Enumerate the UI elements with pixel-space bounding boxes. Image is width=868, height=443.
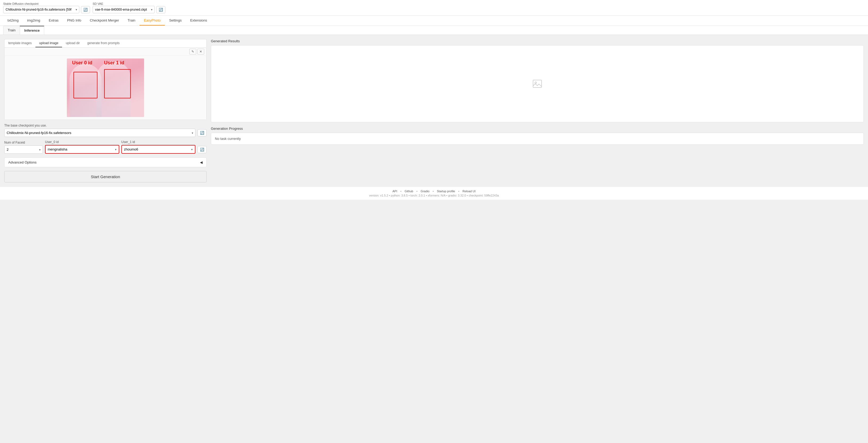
tab-checkpoint-merger[interactable]: Checkpoint Merger [86, 16, 123, 26]
inner-tab-template-images[interactable]: template images [4, 39, 35, 47]
checkpoint-field-select-wrapper: Chilloutmix-Ni-pruned-fp16-fix.safetenso… [4, 129, 195, 137]
vae-select-wrapper: vae-ft-mse-840000-ema-pruned.ckpt [93, 6, 155, 13]
footer-gradio-link[interactable]: Gradio [421, 190, 430, 193]
user1-select-wrapper: zhoumo6 [121, 145, 196, 154]
tab-train[interactable]: Train [123, 16, 140, 26]
tab-txt2img[interactable]: txt2img [3, 16, 23, 26]
image-upload-area: ✎ ✕ User 0 id User 1 [4, 47, 207, 120]
sub-tab-inference[interactable]: Inference [20, 26, 44, 35]
tab-easyphoto[interactable]: EasyPhoto [140, 16, 165, 26]
vae-refresh-button[interactable]: 🔄 [156, 6, 165, 13]
checkpoint-field-refresh-button[interactable]: 🔄 [197, 129, 207, 136]
top-bar: Stable Diffusion checkpoint Chilloutmix-… [0, 0, 868, 16]
face-box-1 [104, 69, 131, 98]
generation-progress-box: No task currently [211, 133, 864, 145]
vae-label: SD VAE [93, 2, 165, 5]
num-faceid-select[interactable]: 2 1 3 [4, 145, 43, 154]
user1-label: User_1 id [121, 140, 196, 144]
user0-select[interactable]: mengnalisha [45, 145, 119, 153]
checkpoint-select-wrapper: Chilloutmix-Ni-pruned-fp16-fix.safetenso… [3, 6, 79, 13]
footer-startup-link[interactable]: Startup profile [437, 190, 455, 193]
collapse-icon: ◀ [200, 160, 203, 164]
tab-settings[interactable]: Settings [165, 16, 186, 26]
faceid-row: Num of Faceid 2 1 3 User_0 id mengnalish… [4, 140, 207, 154]
checkpoint-field-select[interactable]: Chilloutmix-Ni-pruned-fp16-fix.safetenso… [4, 129, 195, 137]
generated-results-box [211, 45, 864, 122]
start-generation-button[interactable]: Start Generation [4, 171, 207, 182]
tab-png-info[interactable]: PNG Info [63, 16, 86, 26]
left-panel: template images upload image upload dir … [4, 39, 207, 182]
close-button[interactable]: ✕ [197, 49, 204, 55]
edit-button[interactable]: ✎ [189, 49, 196, 55]
checkpoint-refresh-button[interactable]: 🔄 [81, 6, 90, 13]
user0-col: User_0 id mengnalisha [45, 140, 119, 154]
inner-tab-bar: template images upload image upload dir … [4, 39, 207, 47]
footer-reload-link[interactable]: Reload UI [463, 190, 475, 193]
num-faceid-select-wrapper: 2 1 3 [4, 145, 43, 154]
image-placeholder-icon [532, 78, 542, 89]
progress-status: No task currently [215, 137, 241, 141]
advanced-options-header[interactable]: Advanced Options ◀ [4, 158, 206, 167]
vae-select[interactable]: vae-ft-mse-840000-ema-pruned.ckpt [93, 6, 155, 13]
checkpoint-select[interactable]: Chilloutmix-Ni-pruned-fp16-fix.safetenso… [3, 6, 79, 13]
num-faceid-col: Num of Faceid 2 1 3 [4, 141, 43, 154]
user0-label: User_0 id [45, 140, 119, 144]
image-upload-header: ✎ ✕ [4, 47, 206, 56]
tab-img2img[interactable]: img2img [23, 16, 44, 26]
inner-tab-generate-prompts[interactable]: generate from prompts [84, 39, 123, 47]
inner-tab-upload-image[interactable]: upload image [35, 39, 62, 47]
inner-tab-upload-dir[interactable]: upload dir [62, 39, 84, 47]
tab-extras[interactable]: Extras [44, 16, 63, 26]
advanced-options-label: Advanced Options [8, 160, 36, 164]
face-box-0 [73, 72, 97, 98]
user0-id-overlay: User 0 id [72, 60, 92, 66]
vae-group: SD VAE vae-ft-mse-840000-ema-pruned.ckpt… [93, 2, 165, 13]
generation-progress-section: Generation Progress No task currently [211, 127, 864, 145]
footer-links: API • Github • Gradio • Startup profile … [3, 190, 865, 193]
checkpoint-field-label: The base checkpoint you use. [4, 124, 207, 127]
generated-results-title: Generated Results [211, 39, 864, 43]
footer-github-link[interactable]: Github [405, 190, 413, 193]
userid-refresh-button[interactable]: 🔄 [197, 146, 207, 153]
photo-preview: User 0 id User 1 id [67, 59, 144, 117]
generation-progress-title: Generation Progress [211, 127, 864, 131]
checkpoint-group: Stable Diffusion checkpoint Chilloutmix-… [3, 2, 90, 13]
svg-rect-0 [533, 80, 541, 88]
user0-select-wrapper: mengnalisha [45, 145, 119, 154]
results-placeholder [532, 78, 542, 89]
tab-extensions[interactable]: Extensions [186, 16, 211, 26]
footer-version: version: v1.5.2 • python: 3.8.5 • torch:… [3, 194, 865, 197]
main-nav: txt2img img2img Extras PNG Info Checkpoi… [0, 16, 868, 26]
sub-tab-train[interactable]: Train [3, 26, 20, 35]
checkpoint-field-group: The base checkpoint you use. Chilloutmix… [4, 124, 207, 137]
user1-id-overlay: User 1 id [104, 60, 124, 66]
generated-results-section: Generated Results [211, 39, 864, 122]
right-panel: Generated Results Generation Progress No… [211, 39, 864, 182]
sub-tab-bar: Train Inference [0, 26, 868, 35]
user1-select[interactable]: zhoumo6 [122, 145, 195, 153]
footer: API • Github • Gradio • Startup profile … [0, 187, 868, 200]
image-display-area[interactable]: User 0 id User 1 id [4, 56, 206, 120]
checkpoint-label: Stable Diffusion checkpoint [3, 2, 90, 5]
advanced-options-section: Advanced Options ◀ [4, 158, 207, 167]
footer-api-link[interactable]: API [393, 190, 397, 193]
user1-col: User_1 id zhoumo6 [121, 140, 196, 154]
main-content: template images upload image upload dir … [0, 35, 868, 187]
svg-point-1 [535, 82, 536, 83]
num-faceid-label: Num of Faceid [4, 141, 43, 144]
